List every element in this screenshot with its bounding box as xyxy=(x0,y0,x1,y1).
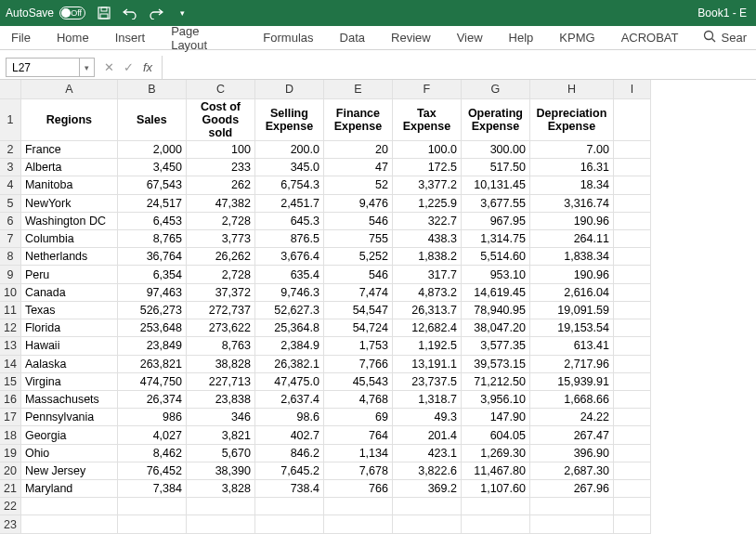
cell-cogs[interactable]: 227,713 xyxy=(186,372,254,390)
cell-dep[interactable]: 190.96 xyxy=(529,212,613,229)
col-head-G[interactable]: G xyxy=(461,80,529,99)
qat-dropdown-icon[interactable]: ▾ xyxy=(175,6,189,20)
tab-kpmg[interactable]: KPMG xyxy=(557,27,596,48)
header-cell[interactable]: Cost of Goods sold xyxy=(186,99,254,141)
row-head-15[interactable]: 15 xyxy=(0,372,20,390)
col-head-D[interactable]: D xyxy=(254,80,323,99)
cell-sell[interactable]: 200.0 xyxy=(254,140,323,158)
row-head-13[interactable]: 13 xyxy=(0,337,20,355)
toggle-switch[interactable]: Off xyxy=(59,7,85,20)
cell-sales[interactable]: 36,764 xyxy=(117,248,186,266)
cell-sell[interactable]: 345.0 xyxy=(254,159,323,176)
undo-icon[interactable] xyxy=(123,6,137,20)
cell-tax[interactable]: 1,318.7 xyxy=(392,390,461,408)
cell-dep[interactable]: 267.96 xyxy=(529,480,613,498)
cell-cogs[interactable]: 272,737 xyxy=(186,301,254,319)
cell-tax[interactable]: 1,192.5 xyxy=(392,337,461,355)
cell-empty[interactable] xyxy=(613,283,650,301)
cell-fin[interactable]: 69 xyxy=(323,409,392,426)
cell-op[interactable]: 147.90 xyxy=(461,409,529,426)
cell-sales[interactable]: 2,000 xyxy=(117,140,186,158)
search-label[interactable]: Sear xyxy=(722,31,747,45)
cell-sell[interactable]: 2,384.9 xyxy=(254,337,323,355)
col-head-B[interactable]: B xyxy=(117,80,186,99)
row-head-20[interactable]: 20 xyxy=(0,462,20,479)
tab-view[interactable]: View xyxy=(455,27,485,48)
cell-op[interactable]: 78,940.95 xyxy=(461,301,529,319)
cell-empty[interactable] xyxy=(20,498,117,515)
cell-empty[interactable] xyxy=(323,498,392,515)
cell-region[interactable]: Columbia xyxy=(20,229,117,247)
save-icon[interactable] xyxy=(97,6,111,20)
header-cell[interactable]: Operating Expense xyxy=(461,99,529,141)
cell-empty[interactable] xyxy=(613,301,650,319)
cell-cogs[interactable]: 26,262 xyxy=(186,248,254,266)
cell-cogs[interactable]: 8,763 xyxy=(186,337,254,355)
cell-op[interactable]: 3,956.10 xyxy=(461,390,529,408)
cell-fin[interactable]: 54,547 xyxy=(323,301,392,319)
cell-fin[interactable]: 7,474 xyxy=(323,283,392,301)
cell-fin[interactable]: 52 xyxy=(323,176,392,194)
select-all-corner[interactable] xyxy=(0,80,20,99)
cell-fin[interactable]: 5,252 xyxy=(323,248,392,266)
name-box-dropdown-icon[interactable]: ▾ xyxy=(80,58,95,77)
cell-tax[interactable]: 1,225.9 xyxy=(392,194,461,212)
row-head-8[interactable]: 8 xyxy=(0,248,20,266)
cell-empty[interactable] xyxy=(392,498,461,515)
cell-region[interactable]: Virgina xyxy=(20,372,117,390)
cell-cogs[interactable]: 262 xyxy=(186,176,254,194)
cell-region[interactable]: Netherlands xyxy=(20,248,117,266)
cell-fin[interactable]: 9,476 xyxy=(323,194,392,212)
cell-sell[interactable]: 25,364.8 xyxy=(254,319,323,337)
cell-sell[interactable]: 26,382.1 xyxy=(254,355,323,372)
cell-empty[interactable] xyxy=(613,229,650,247)
cell-sales[interactable]: 474,750 xyxy=(117,372,186,390)
cell-empty[interactable] xyxy=(613,319,650,337)
worksheet-grid[interactable]: ABCDEFGHI1RegionsSalesCost of Goods sold… xyxy=(0,80,756,534)
cancel-icon[interactable]: ✕ xyxy=(104,60,114,74)
col-head-H[interactable]: H xyxy=(529,80,613,99)
cell-cogs[interactable]: 37,372 xyxy=(186,283,254,301)
cell-fin[interactable]: 546 xyxy=(323,212,392,229)
cell-empty[interactable] xyxy=(613,355,650,372)
header-cell[interactable]: Selling Expense xyxy=(254,99,323,141)
cell-sell[interactable]: 52,627.3 xyxy=(254,301,323,319)
cell-op[interactable]: 14,619.45 xyxy=(461,283,529,301)
cell-fin[interactable]: 7,678 xyxy=(323,462,392,479)
cell-dep[interactable]: 2,717.96 xyxy=(529,355,613,372)
cell-region[interactable]: France xyxy=(20,140,117,158)
cell-sales[interactable]: 24,517 xyxy=(117,194,186,212)
cell-empty[interactable] xyxy=(613,426,650,444)
cell-empty[interactable] xyxy=(613,480,650,498)
row-head-3[interactable]: 3 xyxy=(0,159,20,176)
cell-tax[interactable]: 26,313.7 xyxy=(392,301,461,319)
tab-data[interactable]: Data xyxy=(338,27,367,48)
cell-dep[interactable]: 24.22 xyxy=(529,409,613,426)
cell-cogs[interactable]: 100 xyxy=(186,140,254,158)
cell-tax[interactable]: 23,737.5 xyxy=(392,372,461,390)
cell-region[interactable]: NewYork xyxy=(20,194,117,212)
cell-op[interactable]: 39,573.15 xyxy=(461,355,529,372)
cell-op[interactable]: 300.00 xyxy=(461,140,529,158)
header-cell[interactable]: Sales xyxy=(117,99,186,141)
cell-sell[interactable]: 3,676.4 xyxy=(254,248,323,266)
cell-tax[interactable]: 322.7 xyxy=(392,212,461,229)
cell-dep[interactable]: 613.41 xyxy=(529,337,613,355)
cell-cogs[interactable]: 5,670 xyxy=(186,444,254,462)
cell-sell[interactable]: 47,475.0 xyxy=(254,372,323,390)
cell-empty[interactable] xyxy=(613,515,650,534)
cell-cogs[interactable]: 346 xyxy=(186,409,254,426)
formula-input[interactable] xyxy=(162,56,756,79)
col-head-E[interactable]: E xyxy=(323,80,392,99)
cell-empty[interactable] xyxy=(613,176,650,194)
sheet-table[interactable]: ABCDEFGHI1RegionsSalesCost of Goods sold… xyxy=(0,80,651,534)
cell-sales[interactable]: 253,648 xyxy=(117,319,186,337)
cell-cogs[interactable]: 233 xyxy=(186,159,254,176)
cell-empty[interactable] xyxy=(613,212,650,229)
cell-op[interactable]: 953.10 xyxy=(461,266,529,283)
col-head-F[interactable]: F xyxy=(392,80,461,99)
cell-sales[interactable]: 8,765 xyxy=(117,229,186,247)
cell-empty[interactable] xyxy=(461,515,529,534)
cell-sell[interactable]: 738.4 xyxy=(254,480,323,498)
redo-icon[interactable] xyxy=(149,6,163,20)
